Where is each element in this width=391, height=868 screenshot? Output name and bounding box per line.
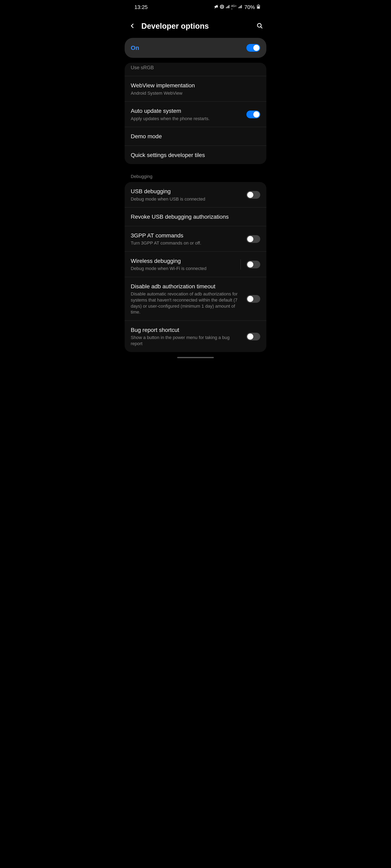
svg-rect-4: [258, 4, 259, 5]
master-toggle-card[interactable]: On: [125, 38, 266, 58]
setting-text: 3GPP AT commandsTurn 3GPP AT commands on…: [131, 232, 242, 246]
svg-point-1: [221, 6, 222, 7]
toggle-switch[interactable]: [246, 111, 260, 118]
svg-rect-5: [258, 6, 259, 8]
svg-point-6: [258, 23, 261, 27]
search-icon[interactable]: [257, 23, 263, 30]
setting-text: WebView implementationAndroid System Web…: [131, 82, 260, 96]
setting-title: Auto update system: [131, 107, 242, 115]
page-title: Developer options: [141, 22, 251, 31]
setting-text: Wireless debuggingDebug mode when Wi-Fi …: [131, 257, 236, 272]
status-time: 13:25: [134, 4, 148, 10]
setting-text: Bug report shortcutShow a button in the …: [131, 327, 242, 347]
setting-text: USB debuggingDebug mode when USB is conn…: [131, 188, 242, 202]
toggle-switch[interactable]: [246, 260, 260, 268]
setting-subtitle: Turn 3GPP AT commands on or off.: [131, 240, 242, 246]
setting-row[interactable]: Quick settings developer tiles: [125, 146, 266, 164]
toggle-switch[interactable]: [246, 235, 260, 243]
setting-text: Demo mode: [131, 133, 260, 140]
svg-line-7: [261, 27, 262, 28]
home-indicator[interactable]: [177, 357, 214, 358]
battery-icon: [256, 4, 261, 10]
setting-row[interactable]: Wireless debuggingDebug mode when Wi-Fi …: [125, 251, 266, 277]
setting-text: Disable adb authorization timeoutDisable…: [131, 283, 242, 315]
setting-title: Bug report shortcut: [131, 327, 242, 334]
settings-group-general: Use sRGBWebView implementationAndroid Sy…: [125, 63, 266, 164]
setting-subtitle: Debug mode when USB is connected: [131, 196, 242, 202]
signal-icon-2: [238, 4, 242, 10]
phone-frame: 13:25 4G+↕ 70% Developer options: [122, 0, 269, 868]
toggle-switch[interactable]: [246, 191, 260, 199]
section-header-debugging: Debugging: [125, 169, 266, 182]
setting-text: Revoke USB debugging authorizations: [131, 213, 260, 220]
setting-title: 3GPP AT commands: [131, 232, 242, 239]
toggle-switch[interactable]: [246, 333, 260, 340]
setting-title: Disable adb authorization timeout: [131, 283, 242, 290]
setting-title: Quick settings developer tiles: [131, 152, 260, 159]
setting-title: WebView implementation: [131, 82, 260, 89]
status-bar: 13:25 4G+↕ 70%: [122, 0, 269, 13]
setting-subtitle: Apply updates when the phone restarts.: [131, 116, 242, 122]
setting-row[interactable]: USB debuggingDebug mode when USB is conn…: [125, 182, 266, 207]
setting-title: Revoke USB debugging authorizations: [131, 213, 260, 220]
setting-subtitle: Show a button in the power menu for taki…: [131, 335, 242, 346]
status-icons: 4G+↕ 70%: [214, 4, 261, 10]
setting-text: Quick settings developer tiles: [131, 152, 260, 159]
setting-subtitle: Android System WebView: [131, 90, 260, 96]
setting-text: Auto update systemApply updates when the…: [131, 107, 242, 122]
signal-icon-1: [225, 4, 230, 10]
setting-subtitle: Disable automatic revocation of adb auth…: [131, 291, 242, 315]
setting-row[interactable]: Disable adb authorization timeoutDisable…: [125, 277, 266, 320]
setting-subtitle: Debug mode when Wi-Fi is connected: [131, 266, 236, 272]
setting-row[interactable]: Demo mode: [125, 127, 266, 145]
setting-row[interactable]: Auto update systemApply updates when the…: [125, 101, 266, 127]
settings-group-debugging: USB debuggingDebug mode when USB is conn…: [125, 182, 266, 352]
hotspot-icon: [220, 4, 224, 10]
setting-text: Use sRGB: [131, 64, 260, 71]
setting-title: USB debugging: [131, 188, 242, 195]
vibrate-icon: [214, 4, 218, 10]
setting-title: Use sRGB: [131, 64, 260, 71]
setting-row[interactable]: Bug report shortcutShow a button in the …: [125, 320, 266, 352]
setting-title: Wireless debugging: [131, 257, 236, 265]
app-header: Developer options: [122, 13, 269, 36]
setting-row[interactable]: WebView implementationAndroid System Web…: [125, 76, 266, 101]
battery-percent: 70%: [244, 4, 255, 10]
setting-row[interactable]: Use sRGB: [125, 63, 266, 76]
back-icon[interactable]: [129, 23, 136, 30]
setting-row[interactable]: 3GPP AT commandsTurn 3GPP AT commands on…: [125, 226, 266, 251]
master-toggle-label: On: [131, 44, 139, 51]
setting-row[interactable]: Revoke USB debugging authorizations: [125, 207, 266, 226]
master-toggle[interactable]: [246, 44, 260, 52]
toggle-switch[interactable]: [246, 295, 260, 303]
setting-title: Demo mode: [131, 133, 260, 140]
network-type-icon: 4G+↕: [231, 4, 237, 10]
settings-scroll[interactable]: Use sRGBWebView implementationAndroid Sy…: [122, 63, 269, 352]
